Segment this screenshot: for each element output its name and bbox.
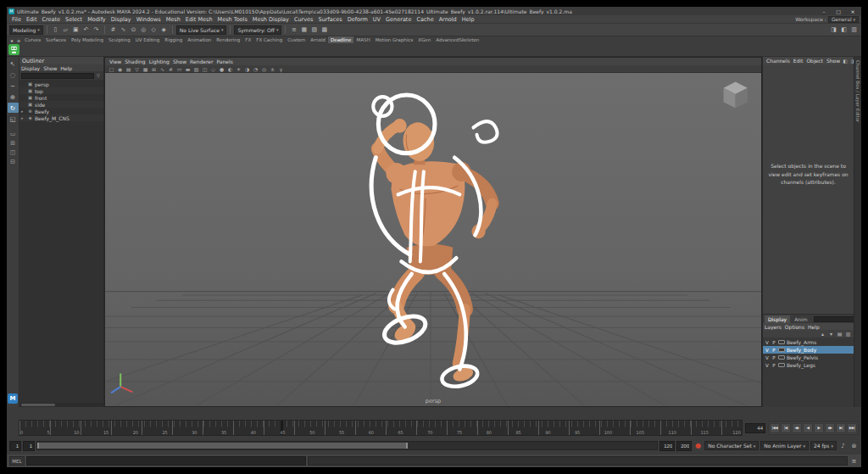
image-plane-icon[interactable]: ▦ xyxy=(142,65,149,72)
layer-row[interactable]: V P Beefy_Legs xyxy=(763,361,854,369)
outliner-item[interactable]: ▣ persp xyxy=(19,81,103,87)
xray-icon[interactable]: ◔ xyxy=(252,65,259,72)
render-settings-icon[interactable]: ▩ xyxy=(320,25,329,35)
outliner-menu-item[interactable]: Show xyxy=(42,65,58,71)
expand-arrow-icon[interactable]: ▸ xyxy=(21,109,25,114)
menu-item[interactable]: Edit Mesh xyxy=(183,16,215,23)
shelf-menu-icon[interactable]: ★ xyxy=(8,37,15,43)
shelf-tab[interactable]: UV Editing xyxy=(133,36,163,43)
channel-box-menu-item[interactable]: Edit xyxy=(792,58,805,64)
redo-icon[interactable]: ↷ xyxy=(92,25,101,35)
fps-dropdown[interactable]: 24 fps▾ xyxy=(810,441,837,450)
resolution-gate-icon[interactable]: ▬ xyxy=(184,65,192,72)
menu-item[interactable]: Edit xyxy=(24,16,40,23)
menu-item[interactable]: Mesh Tools xyxy=(215,16,250,23)
snap-view-plane-icon[interactable]: ◇ xyxy=(149,25,159,35)
sidebar-tool-settings-icon[interactable]: ◧ xyxy=(839,25,849,35)
channel-manipulator-icon[interactable]: ◧ xyxy=(842,58,849,64)
go-to-end-button[interactable]: ▶▶| xyxy=(847,423,857,433)
layer-editor-menu-item[interactable]: Layers xyxy=(763,324,783,330)
shelf-tab[interactable]: Rigging xyxy=(162,36,185,43)
time-slider-track[interactable]: 0510152025303540455055606570758085909510… xyxy=(19,420,743,436)
sound-icon[interactable]: ♪ xyxy=(838,441,848,450)
shelf-tab[interactable]: Animation xyxy=(185,36,214,43)
viewport-canvas[interactable]: persp xyxy=(105,73,761,406)
menu-item[interactable]: Display xyxy=(108,16,134,23)
layer-playback-toggle[interactable]: P xyxy=(771,363,776,368)
sidebar-channel-box-icon[interactable]: ▥ xyxy=(849,25,859,35)
outliner-item[interactable]: ▣ top xyxy=(19,87,103,94)
viewport-menu-item[interactable]: View xyxy=(108,59,123,64)
animation-start-field[interactable] xyxy=(9,441,21,451)
select-camera-icon[interactable]: ▢ xyxy=(108,65,115,72)
shelf-tab[interactable]: Surfaces xyxy=(43,36,69,43)
live-surface-dropdown[interactable]: No Live Surface▾ xyxy=(176,25,227,35)
outliner-scrollbar[interactable] xyxy=(19,403,103,407)
shelf-tab[interactable]: MASH xyxy=(353,36,372,43)
advancedskeleton-biped-icon[interactable] xyxy=(8,44,19,55)
layer-visibility-toggle[interactable]: V xyxy=(765,340,770,345)
snap-grid-icon[interactable]: # xyxy=(108,25,118,35)
channel-box-menu-item[interactable]: Show xyxy=(825,58,842,64)
character-set-dropdown[interactable]: No Character Set▾ xyxy=(704,441,759,450)
menu-item[interactable]: Select xyxy=(63,16,85,23)
layer-row[interactable]: V P Beefy_Pelvis xyxy=(763,354,854,361)
layer-visibility-toggle[interactable]: V xyxy=(765,355,770,360)
menu-item[interactable]: Help xyxy=(459,16,477,23)
play-forwards-button[interactable]: ▶ xyxy=(814,423,824,433)
step-forward-key-button[interactable]: ▶| xyxy=(836,423,846,433)
command-line-language-toggle[interactable]: MEL xyxy=(9,456,25,466)
playback-start-field[interactable] xyxy=(23,441,35,451)
modeling-toolkit-icon[interactable]: M xyxy=(8,393,18,404)
menu-item[interactable]: Create xyxy=(39,16,63,23)
shelf-tab[interactable]: Custom xyxy=(285,36,308,43)
anim-layer-dropdown[interactable]: No Anim Layer▾ xyxy=(760,441,809,450)
layer-color-swatch[interactable] xyxy=(778,340,785,344)
layer-visibility-toggle[interactable]: V xyxy=(765,348,770,353)
channel-box-menu-item[interactable]: Object xyxy=(804,58,825,64)
render-current-frame-icon[interactable]: ▦ xyxy=(299,25,309,35)
lights-icon[interactable]: ☀ xyxy=(235,65,242,72)
new-scene-icon[interactable]: ▯ xyxy=(51,25,60,35)
select-tool-icon[interactable]: ↖ xyxy=(8,59,19,69)
anim-preferences-icon[interactable]: ⊛ xyxy=(849,441,859,450)
outliner-item[interactable]: ▸ ◈ Beefy_M_CNS xyxy=(19,114,103,121)
play-backwards-button[interactable]: ◀ xyxy=(803,423,813,433)
animation-end-field[interactable] xyxy=(676,441,692,451)
shelf-tab[interactable]: Deadline xyxy=(328,36,353,43)
shelf-tab[interactable]: Motion Graphics xyxy=(373,36,416,43)
gate-mask-icon[interactable]: ▧ xyxy=(192,65,200,72)
construction-history-icon[interactable]: ≡ xyxy=(289,25,298,35)
lock-camera-icon[interactable]: ◉ xyxy=(116,65,124,72)
menu-item[interactable]: Curves xyxy=(292,16,316,23)
step-back-key-button[interactable]: |◀ xyxy=(781,423,791,433)
shelf-options-icon[interactable]: ⊛ xyxy=(15,37,22,43)
make-live-icon[interactable]: ◈ xyxy=(159,25,169,35)
snap-point-icon[interactable]: ⊙ xyxy=(129,25,138,35)
outliner-item[interactable]: ▣ side xyxy=(19,101,103,108)
layer-color-swatch[interactable] xyxy=(778,363,785,367)
layer-editor-menu-item[interactable]: Options xyxy=(783,324,806,330)
shelf-tab[interactable]: Poly Modeling xyxy=(69,36,106,43)
menu-item[interactable]: Mesh Display xyxy=(250,16,292,23)
outliner-item[interactable]: ▣ front xyxy=(19,94,103,101)
layer-color-swatch[interactable] xyxy=(778,355,785,360)
layout-four-pane-icon[interactable]: ⊞ xyxy=(8,139,19,148)
current-frame-field[interactable] xyxy=(745,423,765,433)
rotate-tool-icon[interactable]: ↻ xyxy=(8,103,19,113)
camera-attributes-icon[interactable]: ▤ xyxy=(125,65,132,72)
paint-select-tool-icon[interactable]: ∼ xyxy=(8,81,19,91)
save-scene-icon[interactable]: ▣ xyxy=(71,25,81,35)
minimize-button[interactable]: – xyxy=(817,8,831,15)
move-layer-down-icon[interactable]: ▾ xyxy=(827,331,835,337)
safe-action-icon[interactable]: ◫ xyxy=(201,65,209,72)
playback-end-field[interactable] xyxy=(659,441,675,451)
isolate-select-icon[interactable]: ◎ xyxy=(260,65,268,72)
outliner-menu-item[interactable]: Display xyxy=(19,65,42,71)
outliner-item[interactable]: ▸ ⊕ Beefy xyxy=(19,108,103,114)
shaded-icon[interactable]: ● xyxy=(218,65,225,72)
menu-item[interactable]: Mesh xyxy=(164,16,183,23)
outliner-menu-item[interactable]: Help xyxy=(58,65,74,71)
menu-item[interactable]: File xyxy=(9,16,24,23)
maximize-button[interactable]: □ xyxy=(832,8,845,15)
